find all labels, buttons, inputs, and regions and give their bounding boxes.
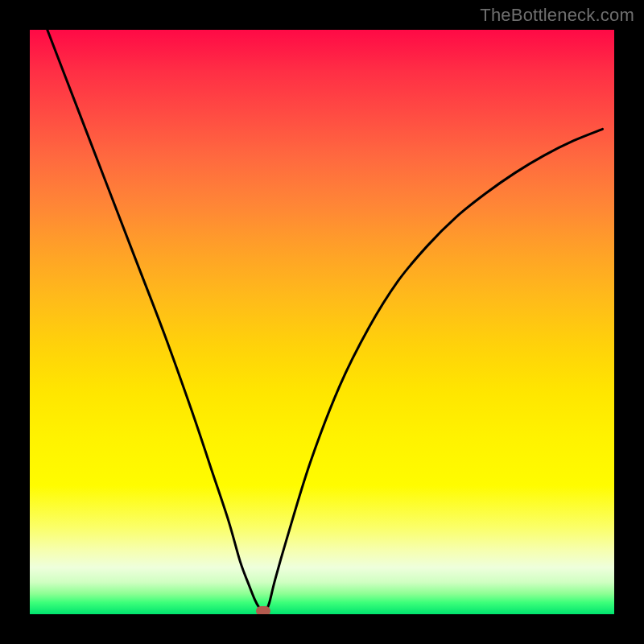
bottleneck-curve [30,30,614,614]
outer-frame: TheBottleneck.com [0,0,644,644]
plot-area [30,30,614,614]
watermark-text: TheBottleneck.com [480,5,634,26]
minimum-marker [256,606,270,614]
